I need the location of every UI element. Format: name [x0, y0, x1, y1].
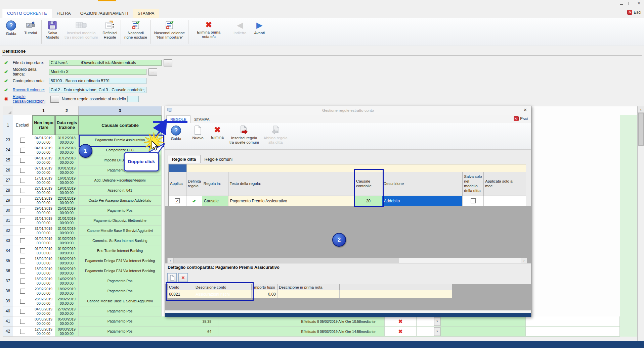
- non-importare-cell[interactable]: 18/02/2019 00:00:00: [32, 266, 55, 276]
- dettaglio-row[interactable]: 60821 Assicurazioni rischi 0,00: [167, 290, 452, 298]
- table-row[interactable]: 27 17/01/2019 00:00:00 16/01/2019 00:00:…: [3, 176, 162, 186]
- data-registrazione-cell[interactable]: 14/02/2019 00:00:00: [55, 276, 79, 286]
- avanti-button[interactable]: ▶ Avanti: [250, 19, 269, 36]
- row-number[interactable]: 24: [3, 145, 13, 155]
- data-registrazione-cell[interactable]: 28/02/2019 00:00:00: [55, 296, 79, 306]
- applicata-solo-cell[interactable]: [484, 196, 519, 206]
- non-importare-cell[interactable]: 04/01/2019 00:00:00: [32, 135, 55, 145]
- scroll-up-icon[interactable]: ▲: [638, 106, 644, 113]
- causale-contabile-cell[interactable]: Canone Mensile Base E Servizi Aggiuntivi: [79, 296, 162, 306]
- non-importare-cell[interactable]: 01/02/2019 00:00:00: [32, 246, 55, 256]
- scroll-right-icon[interactable]: ›: [521, 258, 527, 263]
- escludi-checkbox[interactable]: [20, 258, 25, 263]
- causale-contabile-cell[interactable]: Pagamento Pos: [79, 316, 162, 327]
- escludi-checkbox[interactable]: [20, 279, 25, 284]
- importo-cell[interactable]: 35,38: [161, 316, 218, 327]
- escludi-checkbox[interactable]: [20, 248, 25, 253]
- escludi-checkbox[interactable]: [20, 238, 25, 243]
- escludi-checkbox[interactable]: [20, 228, 25, 233]
- row-number[interactable]: 23: [3, 135, 13, 145]
- colnum-1[interactable]: 1: [32, 106, 55, 115]
- dialog-elimina-button[interactable]: ✖ Elimina: [208, 125, 227, 141]
- non-importare-cell[interactable]: 22/01/2019 00:00:00: [32, 186, 55, 196]
- tab-stampa[interactable]: STAMPA: [133, 9, 159, 18]
- non-importare-cell[interactable]: 17/01/2019 00:00:00: [32, 176, 55, 186]
- row-number[interactable]: 26: [3, 165, 13, 176]
- dropdown-cell[interactable]: ∨: [417, 327, 441, 337]
- empty-cell[interactable]: [526, 327, 620, 337]
- checkbox-checked[interactable]: ✓: [175, 198, 180, 203]
- table-row[interactable]: 31 31/01/2019 00:00:00 31/01/2019 00:00:…: [3, 216, 162, 226]
- causale-contabile-cell[interactable]: Pagamento Pos: [79, 327, 162, 337]
- row-number[interactable]: 28: [3, 186, 13, 196]
- non-importare-cell[interactable]: 31/01/2019 00:00:00: [32, 216, 55, 226]
- header-salva-solo[interactable]: Salva solo nel modello della ditta: [463, 172, 484, 196]
- row-number[interactable]: 42: [3, 327, 13, 337]
- row-number[interactable]: 33: [3, 236, 13, 246]
- empty-cell[interactable]: [218, 327, 292, 337]
- numero-regole-input[interactable]: [127, 96, 139, 102]
- escludi-checkbox[interactable]: [20, 299, 25, 304]
- escludi-checkbox[interactable]: [20, 148, 25, 153]
- status-cell[interactable]: ✖: [385, 327, 417, 337]
- file-input[interactable]: C:\Users\ \Downloads\ListaMovimenti.xls: [49, 60, 162, 66]
- raccordi-link[interactable]: Raccordi colonne:: [13, 88, 49, 92]
- effettuato-cell[interactable]: Effettuato Il 08/03/2019 Alle Ore 14:58m…: [292, 327, 385, 337]
- causale-contabile-cell[interactable]: Pagamento Premio Assicurativo: [79, 135, 162, 145]
- importo-fisso-cell[interactable]: 0,00: [252, 290, 277, 298]
- non-importare-cell[interactable]: 18/02/2019 00:00:00: [32, 276, 55, 286]
- filter-cell-selected[interactable]: [169, 164, 187, 172]
- table-row[interactable]: 38 20/02/2019 00:00:00 18/02/2019 00:00:…: [3, 286, 162, 296]
- chevron-down-icon[interactable]: ∨: [434, 327, 440, 336]
- escludi-checkbox[interactable]: [20, 208, 25, 213]
- non-importare-cell[interactable]: 01/02/2019 00:00:00: [32, 236, 55, 246]
- descrizione-conto-cell[interactable]: Assicurazioni rischi: [194, 290, 252, 298]
- data-registrazione-cell[interactable]: 18/02/2019 00:00:00: [55, 286, 79, 296]
- causale-contabile-cell[interactable]: Pagamento Delega F24 Via Internet Bankin…: [79, 266, 162, 276]
- table-row[interactable]: 40 04/03/2019 00:00:00 27/02/2019 00:00:…: [3, 306, 162, 316]
- guida-button[interactable]: ? Guida: [1, 19, 21, 37]
- esci-button[interactable]: O Esci: [627, 10, 641, 15]
- header-regola-in[interactable]: Regola in:: [202, 172, 228, 196]
- causale-contabile-cell[interactable]: Pagamento Disposiz. Elettroniche: [79, 216, 162, 226]
- data-registrazione-cell[interactable]: 05/03/2019 00:00:00: [55, 316, 79, 327]
- tab-regole-ditta[interactable]: Regole ditta: [168, 155, 201, 163]
- dialog-tab-stampa[interactable]: STAMPA: [190, 116, 213, 123]
- causale-contabile-cell[interactable]: Commiss. Su Beu Internet Banking: [79, 236, 162, 246]
- header-descrizione[interactable]: Descrizione: [382, 172, 463, 196]
- nascondi-colonne-button[interactable]: Nascondi colonne "Non Importare": [152, 19, 187, 41]
- non-importare-cell[interactable]: 04/03/2019 00:00:00: [32, 306, 55, 316]
- chevron-down-icon[interactable]: ∨: [434, 317, 440, 326]
- causale-contabile-cell[interactable]: Beu Tramite Internet Banking: [79, 246, 162, 256]
- dialog-nuovo-button[interactable]: Nuovo: [188, 125, 208, 141]
- table-row[interactable]: 29 22/01/2019 00:00:00 22/01/2019 00:00:…: [3, 196, 162, 206]
- tab-filtra[interactable]: FILTRA: [52, 9, 76, 18]
- causale-contabile-cell[interactable]: Pagamento Delega F24 Via Internet Bankin…: [79, 256, 162, 266]
- row-number[interactable]: 39: [3, 296, 13, 306]
- tab-opzioni-abbinamenti[interactable]: OPZIONI /ABBINAMENTI: [76, 9, 133, 18]
- scroll-left-icon[interactable]: ‹: [168, 258, 174, 263]
- dropdown-cell[interactable]: ∨: [417, 316, 441, 327]
- testo-regola-cell[interactable]: Pagamento Premio Assicurativo: [228, 196, 355, 206]
- non-importare-cell[interactable]: 04/01/2019 00:00:00: [32, 155, 55, 165]
- modello-browse-button[interactable]: ...: [148, 68, 157, 76]
- non-importare-cell[interactable]: 12/03/2019 00:00:00: [32, 327, 55, 337]
- causale-contabile-cell[interactable]: Assegno n. 841: [79, 186, 162, 196]
- data-registrazione-cell[interactable]: 31/12/2018 00:00:00: [55, 155, 79, 165]
- empty-cell[interactable]: [526, 316, 620, 327]
- new-row-button[interactable]: [167, 273, 177, 282]
- data-registrazione-cell[interactable]: 18/02/2019 00:00:00: [55, 266, 79, 276]
- non-importare-cell[interactable]: 04/01/2019 00:00:00: [32, 145, 55, 155]
- row-number[interactable]: 31: [3, 216, 13, 226]
- header-conto[interactable]: Conto: [167, 284, 194, 290]
- empty-cell[interactable]: [218, 316, 292, 327]
- row-number[interactable]: 25: [3, 155, 13, 165]
- non-importare-cell[interactable]: 22/01/2019 00:00:00: [32, 196, 55, 206]
- header-definita-regola[interactable]: Definita regola: [186, 172, 202, 196]
- row-number[interactable]: 34: [3, 246, 13, 256]
- data-registrazione-cell[interactable]: 31/12/2018 00:00:00: [55, 145, 79, 155]
- dialog-guida-button[interactable]: ? Guida: [166, 125, 186, 142]
- causale-contabile-cell[interactable]: Costo Per Assegno Bancario Addebitato: [79, 196, 162, 206]
- escludi-checkbox[interactable]: [20, 188, 25, 193]
- data-registrazione-cell[interactable]: 18/02/2019 00:00:00: [55, 256, 79, 266]
